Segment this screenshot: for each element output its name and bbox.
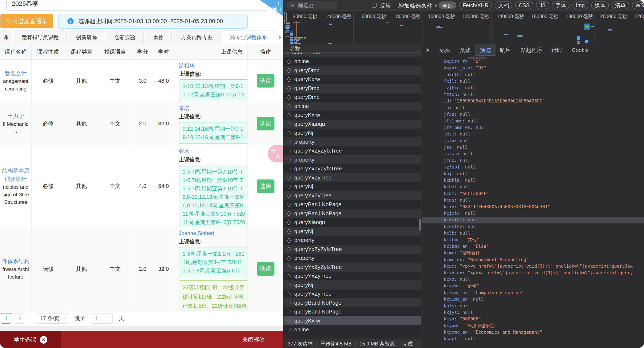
next-page-button[interactable]: ›: [15, 313, 25, 324]
select-course-button[interactable]: 选课: [257, 117, 274, 130]
json-property-kcjxlx[interactable]: kcjxlx: null: [422, 210, 644, 217]
close-tabs-button[interactable]: 关闭标签: [242, 331, 265, 348]
detail-tab-标头[interactable]: 标头: [435, 44, 455, 56]
classes-box[interactable]: 22级计算机1班、22级计算级计算机3班、22级计算机计算机5班、22级计算机6…: [179, 280, 248, 311]
json-property-dwyxrs_fx[interactable]: dwyxrs_fx: "0": [422, 58, 644, 65]
tab-跨专业课程体系[interactable]: 跨专业课程体系: [222, 30, 275, 44]
filter-chip-清单[interactable]: 清单: [612, 1, 629, 9]
json-property-jsz[interactable]: jsz: null: [422, 144, 644, 151]
request-queryNj[interactable]: {}queryNj: [284, 281, 421, 290]
filter-chip-字体[interactable]: 字体: [552, 1, 570, 9]
filter-chip-CSS[interactable]: CSS: [515, 1, 533, 9]
request-queryYxZyTree[interactable]: {}queryYxZyTree: [284, 173, 421, 182]
tab-方案内跨专业[interactable]: 方案内跨专业: [173, 30, 221, 44]
request-queryKxrw[interactable]: {}queryKxrw: [284, 316, 421, 325]
json-property-jmsj[interactable]: jmsj: null: [422, 131, 644, 137]
request-queryBanJiNoPage[interactable]: {}queryBanJiNoPage: [284, 307, 421, 317]
json-property-kckslb1[interactable]: kckslb1: null: [422, 217, 644, 223]
detail-tab-发起程序[interactable]: 发起程序: [516, 44, 547, 56]
json-property-fakclb[interactable]: fakclb: null: [422, 71, 644, 78]
course-name-link[interactable]: 土力学: [8, 112, 24, 120]
scrollbar-thumb[interactable]: [419, 219, 421, 231]
request-property[interactable]: {}property: [284, 254, 421, 263]
request-queryDmb[interactable]: {}queryDmb: [284, 93, 421, 102]
json-property-kkyxmc_en[interactable]: kkyxmc_en: "Economics and Management": [422, 329, 644, 336]
request-queryNj[interactable]: {}queryNj: [284, 182, 421, 191]
tab-创新研修[interactable]: 创新研修: [68, 30, 105, 44]
schedule-box[interactable]: 1-8周,星期一第1-2节 T2811周,星期五第3-4节 T28111-5,7…: [179, 247, 248, 277]
course-name-link[interactable]: 管理会计: [5, 69, 27, 77]
course-name-link[interactable]: 件体系结构: [2, 257, 30, 265]
progress-button[interactable]: 学习进度直通车: [0, 14, 53, 28]
json-property-kcxz[interactable]: kcxz: null: [422, 276, 644, 283]
select-course-button[interactable]: 选课: [257, 262, 274, 276]
request-queryYxZyZyfxTree[interactable]: {}queryYxZyZyfxTree: [284, 263, 421, 272]
detail-tab-计时[interactable]: 计时: [547, 44, 567, 56]
json-property-kkjys[interactable]: kkjys: null: [422, 309, 644, 316]
json-property-kcid[interactable]: kcid: "082111EB4800A745E0630B18F80A6301": [422, 204, 644, 210]
teacher-link[interactable]: 泰培: [179, 104, 248, 112]
json-property-kclb[interactable]: kclb: null: [422, 230, 644, 237]
json-property-jzdx[interactable]: jzdx: null: [422, 157, 644, 164]
filter-chip-全部[interactable]: 全部: [439, 1, 456, 9]
filter-chip-媒体[interactable]: 媒体: [591, 1, 609, 9]
json-property-kcbklb[interactable]: kcbklb: null: [422, 177, 644, 184]
request-content.css[interactable]: ▤content.css: [284, 53, 421, 57]
network-timeline[interactable]: 20000 毫秒40000 毫秒60000 毫秒80000 毫秒100000 毫…: [284, 11, 644, 44]
tab-重修[interactable]: 重修: [145, 30, 172, 44]
page-size-select[interactable]: 17 条/页: [36, 313, 69, 324]
request-queryYxZyZyfxTree[interactable]: {}queryYxZyZyfxTree: [284, 245, 421, 254]
request-list-header[interactable]: 名称: [284, 44, 421, 53]
request-queryKxrw[interactable]: {}queryKxrw: [284, 75, 421, 84]
schedule-box[interactable]: 9,12-14,16周,星期一第9-19-10,12-16周,星期三第9-1: [179, 122, 248, 144]
json-property-kcdm[interactable]: kcdm: "ACCT2004F": [422, 190, 644, 197]
filter-chip-WS[interactable]: WS: [632, 1, 644, 9]
request-queryXiaoqu[interactable]: {}queryXiaoqu: [284, 218, 421, 227]
teacher-link[interactable]: 张冰: [179, 147, 248, 155]
course-name-link[interactable]: 理及设计: [5, 175, 27, 183]
jump-page-input[interactable]: [91, 313, 113, 324]
json-property-fzzxh[interactable]: fzzxh: null: [422, 91, 644, 98]
schedule-box[interactable]: 1-10,12,13周,星期一第9-11-12周,星期三第9-10节 T3: [179, 79, 248, 101]
json-property-jzfsbj[interactable]: jzfsbj: null: [422, 164, 644, 170]
json-property-kclbmc[interactable]: kclbmc: "其他": [422, 237, 644, 243]
schedule-box[interactable]: 1-5,7周,星期一第9-10节 T1-5,7周,星期三第9-10节 T1-5,…: [179, 165, 248, 227]
request-queryYxZyTree[interactable]: {}queryYxZyTree: [284, 191, 421, 200]
json-property-jszws[interactable]: jszws: null: [422, 151, 644, 157]
tab-竞赛指导类课程[interactable]: 竞赛指导类课程: [14, 30, 66, 44]
invert-checkbox[interactable]: [372, 3, 376, 7]
detail-tab-预览[interactable]: 预览: [475, 44, 496, 56]
json-property-jslx[interactable]: jslx: null: [422, 138, 644, 144]
filter-chip-JS[interactable]: JS: [536, 1, 549, 9]
request-property[interactable]: {}property: [284, 155, 421, 164]
json-property-jfzlbmc_en[interactable]: jfzlbmc_en: null: [422, 124, 644, 131]
json-property-kbj[interactable]: kbj: null: [422, 171, 644, 177]
teacher-link[interactable]: 游相华: [179, 62, 248, 69]
close-tab-icon[interactable]: ✕: [40, 336, 48, 344]
json-property-jfxs[interactable]: jfxs: null: [422, 111, 644, 118]
filter-chip-文档[interactable]: 文档: [495, 1, 512, 9]
json-property-khfs[interactable]: khfs: null: [422, 303, 644, 309]
json-property-kckslb2[interactable]: kckslb2: null: [422, 223, 644, 230]
json-property-kcywmc_en[interactable]: kcywmc_en: null: [422, 296, 644, 303]
select-course-button[interactable]: 选课: [257, 179, 274, 193]
request-queryNj[interactable]: {}queryNj: [284, 227, 421, 236]
tabs-more-chevron[interactable]: ›: [278, 33, 281, 41]
detail-tab-响应[interactable]: 响应: [496, 44, 516, 56]
json-property-kcmc[interactable]: kcmc: "管理会计": [422, 250, 644, 256]
request-queryDmb[interactable]: {}queryDmb: [284, 84, 421, 93]
request-online[interactable]: {}online: [284, 57, 421, 66]
teacher-link[interactable]: Joanna Siebert: [179, 229, 248, 237]
request-queryBanJiNoPage[interactable]: {}queryBanJiNoPage: [284, 200, 421, 209]
detail-tab-Cookie[interactable]: Cookie: [567, 44, 594, 56]
json-property-kcgs[interactable]: kcgs: null: [422, 197, 644, 203]
page-button-1[interactable]: 1: [1, 313, 11, 324]
detail-tab-负载[interactable]: 负载: [455, 44, 475, 56]
course-name-link[interactable]: 结构基本原: [2, 167, 30, 175]
tab-创新实验[interactable]: 创新实验: [106, 30, 144, 44]
add-filter-dropdown[interactable]: 增加筛选条件 ▾: [398, 2, 437, 10]
request-queryNj[interactable]: {}queryNj: [284, 129, 421, 138]
json-property-kcxzmc[interactable]: kcxzmc: "必修": [422, 283, 644, 289]
filter-chip-Img[interactable]: Img: [572, 1, 588, 9]
tab-student-course-selection[interactable]: 学生选课 ✕: [0, 331, 61, 348]
